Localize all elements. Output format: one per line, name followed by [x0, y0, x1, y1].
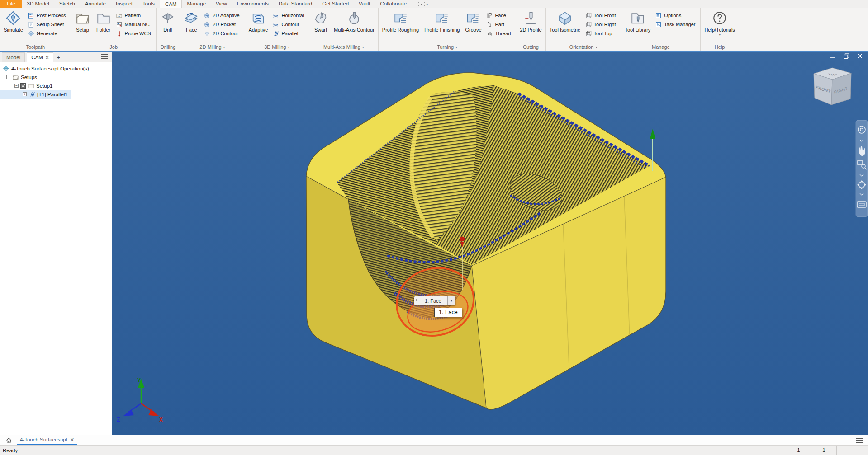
view-cube[interactable]: TOP FRONT RIGHT	[814, 68, 851, 105]
quick-access-toggle-icon[interactable]: ▾	[418, 0, 428, 8]
tree-item-setups[interactable]: − Setups	[0, 73, 112, 81]
turning-part-button[interactable]: Part	[485, 20, 515, 29]
close-icon[interactable]: ✕	[70, 437, 74, 443]
profile-finishing-button[interactable]: Profile Finishing	[422, 9, 462, 33]
folder-button[interactable]: Folder	[94, 9, 114, 33]
profile-roughing-icon	[393, 10, 408, 26]
3d-scene: TOP FRONT RIGHT	[112, 52, 868, 435]
menu-item-file[interactable]: File	[0, 0, 22, 8]
contour-button[interactable]: Contour	[271, 20, 308, 29]
group-label-turning[interactable]: Turning▾	[380, 43, 515, 51]
swarf-button[interactable]: Swarf	[311, 9, 331, 33]
drag-grip-icon[interactable]	[414, 296, 419, 305]
profile-roughing-button[interactable]: Profile Roughing	[380, 9, 421, 33]
2d-adaptive-button[interactable]: 2D Adaptive	[202, 11, 243, 20]
home-button[interactable]	[4, 437, 14, 444]
close-icon[interactable]: ✕	[45, 55, 49, 60]
collapse-expander-icon[interactable]: −	[6, 75, 10, 79]
manual-nc-button[interactable]: Manual NC	[114, 20, 155, 29]
ribbon-group-job: Setup Folder Pattern Manual NC Probe WCS…	[71, 8, 157, 51]
selection-dropdown-arrow[interactable]: ▼	[447, 296, 455, 305]
turning-face-button[interactable]: Face	[485, 11, 515, 20]
group-label-drilling: Drilling	[158, 43, 179, 51]
face-icon	[184, 10, 199, 26]
generate-icon	[28, 30, 34, 37]
restore-button[interactable]	[842, 52, 851, 60]
group-label-multi-axis[interactable]: Multi-Axis Milling▾	[311, 43, 377, 51]
adaptive-icon	[251, 10, 266, 26]
2d-contour-icon	[204, 30, 210, 37]
expand-expander-icon[interactable]: +	[23, 92, 27, 96]
tool-top-icon	[585, 30, 592, 37]
application-window: File 3D Model Sketch Annotate Inspect To…	[0, 0, 868, 455]
menu-item-sketch[interactable]: Sketch	[54, 0, 80, 8]
menu-item-cam[interactable]: CAM	[160, 0, 182, 8]
selection-dropdown[interactable]: 1. Face ▼	[414, 296, 455, 305]
checked-checkbox-icon[interactable]	[20, 83, 26, 89]
panel-menu-icon[interactable]	[101, 54, 108, 59]
tool-front-button[interactable]: Tool Front	[583, 11, 620, 20]
probe-wcs-button[interactable]: Probe WCS	[114, 29, 155, 38]
operations-icon	[3, 65, 9, 72]
probe-wcs-icon	[116, 30, 123, 37]
close-button[interactable]	[855, 52, 864, 60]
tool-isometric-button[interactable]: Tool Isometric	[547, 9, 583, 33]
menu-item-collaborate[interactable]: Collaborate	[375, 0, 412, 8]
adaptive-button[interactable]: Adaptive	[247, 9, 270, 33]
menu-item-3d-model[interactable]: 3D Model	[22, 0, 54, 8]
collapse-expander-icon[interactable]: −	[14, 84, 19, 88]
menu-item-manage[interactable]: Manage	[182, 0, 211, 8]
menu-item-environments[interactable]: Environments	[232, 0, 274, 8]
panel-tab-cam[interactable]: CAM✕	[27, 52, 53, 62]
status-cell-2: 1	[811, 446, 836, 455]
face-button[interactable]: Face	[181, 9, 201, 33]
tree-item-operations[interactable]: 4-Touch Surfaces.ipt Operation(s)	[0, 64, 112, 73]
menu-item-data-standard[interactable]: Data Standard	[274, 0, 317, 8]
panel-tab-model[interactable]: Model	[2, 52, 25, 62]
horizontal-button[interactable]: Horizontal	[271, 11, 308, 20]
drill-button[interactable]: Drill	[158, 9, 178, 33]
tree-item-parallel1[interactable]: + [T1] Parallel1	[0, 90, 71, 99]
multi-axis-contour-button[interactable]: Multi-Axis Contour	[332, 9, 377, 33]
navigation-bar[interactable]	[856, 120, 868, 217]
tool-library-button[interactable]: Tool Library	[622, 9, 653, 33]
document-tab-active[interactable]: 4-Touch Surfaces.ipt ✕	[17, 435, 77, 445]
triad-y-label: Y	[137, 377, 141, 384]
menu-item-inspect[interactable]: Inspect	[111, 0, 138, 8]
group-label-2d-milling[interactable]: 2D Milling▾	[181, 43, 243, 51]
groove-button[interactable]: Groove	[463, 9, 484, 33]
help-tutorials-button[interactable]: Help/Tutorials▾	[702, 9, 737, 38]
minimize-button[interactable]	[828, 52, 837, 60]
menu-item-annotate[interactable]: Annotate	[80, 0, 111, 8]
groove-icon	[465, 10, 481, 26]
pattern-button[interactable]: Pattern	[114, 11, 155, 20]
menu-item-get-started[interactable]: Get Started	[317, 0, 354, 8]
tool-isometric-icon	[557, 10, 573, 26]
graphics-viewport[interactable]: TOP FRONT RIGHT	[112, 52, 868, 435]
group-label-orientation[interactable]: Orientation▾	[547, 43, 620, 51]
2d-pocket-button[interactable]: 2D Pocket	[202, 20, 243, 29]
tool-top-button[interactable]: Tool Top	[583, 29, 620, 38]
2d-profile-button[interactable]: 2D Profile	[517, 9, 544, 33]
document-tabs-menu-icon[interactable]	[856, 438, 863, 443]
chevron-down-icon: ▾	[719, 33, 721, 37]
group-label-3d-milling[interactable]: 3D Milling▾	[247, 43, 308, 51]
task-manager-button[interactable]: Task Manager	[654, 20, 699, 29]
menu-item-tools[interactable]: Tools	[138, 0, 160, 8]
document-tab-bar: 4-Touch Surfaces.ipt ✕	[0, 435, 868, 445]
menu-item-view[interactable]: View	[211, 0, 232, 8]
menu-item-vault[interactable]: Vault	[354, 0, 375, 8]
turning-thread-button[interactable]: Thread	[485, 29, 515, 38]
setup-sheet-button[interactable]: Setup Sheet	[26, 20, 70, 29]
tree-item-setup1[interactable]: − Setup1	[0, 81, 112, 90]
panel-tab-add-button[interactable]: +	[53, 54, 63, 62]
ribbon-group-2d-milling: Face 2D Adaptive 2D Pocket 2D Contour 2D…	[180, 8, 245, 51]
2d-contour-button[interactable]: 2D Contour	[202, 29, 243, 38]
setup-button[interactable]: Setup	[73, 9, 93, 33]
parallel-button[interactable]: Parallel	[271, 29, 308, 38]
simulate-button[interactable]: Simulate	[1, 9, 25, 33]
generate-button[interactable]: Generate	[26, 29, 70, 38]
options-button[interactable]: Options	[654, 11, 699, 20]
post-process-button[interactable]: Post Process	[26, 11, 70, 20]
tool-right-button[interactable]: Tool Right	[583, 20, 620, 29]
